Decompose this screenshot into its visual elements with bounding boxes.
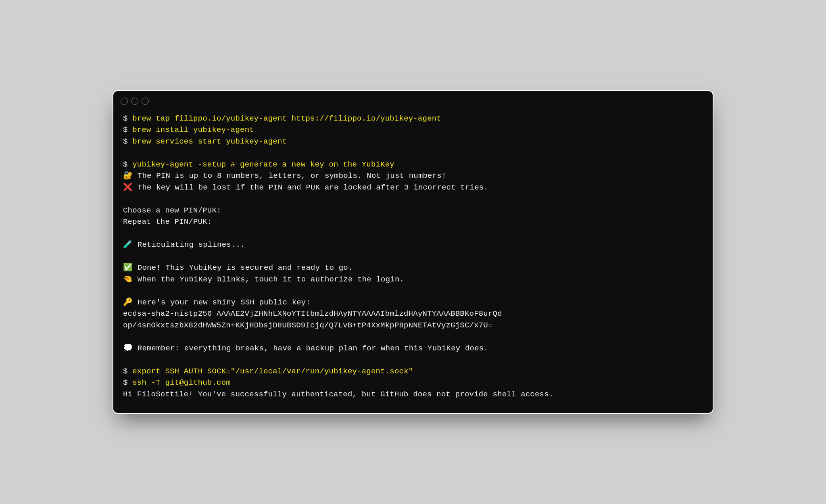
terminal-line: 🔑 Here's your new shiny SSH public key: bbox=[123, 297, 703, 308]
prompt: $ bbox=[123, 160, 132, 169]
command-text: brew install yubikey-agent bbox=[132, 125, 254, 134]
maximize-button[interactable] bbox=[142, 98, 149, 105]
output-text: 🧪 Reticulating splines... bbox=[123, 240, 245, 249]
terminal-line: Hi FiloSottile! You've successfully auth… bbox=[123, 389, 703, 400]
terminal-line: $ export SSH_AUTH_SOCK="/usr/local/var/r… bbox=[123, 366, 703, 377]
terminal-line: $ brew install yubikey-agent bbox=[123, 124, 703, 136]
terminal-line: op/4snOkxtszbX82dHWW5Zn+KKjHDbsjD8UBSD9I… bbox=[123, 320, 703, 331]
minimize-button[interactable] bbox=[131, 98, 138, 105]
output-text: 🤏 When the YubiKey blinks, touch it to a… bbox=[123, 275, 404, 284]
terminal-line: ecdsa-sha2-nistp256 AAAAE2VjZHNhLXNoYTIt… bbox=[123, 308, 703, 320]
output-text: 🔑 Here's your new shiny SSH public key: bbox=[123, 298, 311, 307]
prompt: $ bbox=[123, 378, 132, 387]
terminal-line: Repeat the PIN/PUK: bbox=[123, 216, 703, 228]
terminal-window: $ brew tap filippo.io/yubikey-agent http… bbox=[113, 90, 713, 414]
terminal-content[interactable]: $ brew tap filippo.io/yubikey-agent http… bbox=[113, 105, 713, 413]
output-text: Choose a new PIN/PUK: bbox=[123, 206, 221, 215]
terminal-line bbox=[123, 193, 703, 205]
terminal-line: $ ssh -T git@github.com bbox=[123, 377, 703, 389]
terminal-line: $ yubikey-agent -setup # generate a new … bbox=[123, 159, 703, 171]
terminal-line: 🧪 Reticulating splines... bbox=[123, 239, 703, 251]
output-text: Hi FiloSottile! You've successfully auth… bbox=[123, 390, 553, 399]
terminal-line: 💭 Remember: everything breaks, have a ba… bbox=[123, 343, 703, 354]
terminal-line: $ brew tap filippo.io/yubikey-agent http… bbox=[123, 113, 703, 125]
terminal-line: ❌ The key will be lost if the PIN and PU… bbox=[123, 182, 703, 194]
output-text: op/4snOkxtszbX82dHWW5Zn+KKjHDbsjD8UBSD9I… bbox=[123, 321, 493, 330]
output-text: 🔐 The PIN is up to 8 numbers, letters, o… bbox=[123, 171, 446, 180]
prompt: $ bbox=[123, 114, 132, 123]
terminal-line bbox=[123, 251, 703, 262]
terminal-line bbox=[123, 147, 703, 159]
terminal-line bbox=[123, 354, 703, 366]
close-button[interactable] bbox=[121, 98, 128, 105]
prompt: $ bbox=[123, 125, 132, 134]
terminal-line: 🤏 When the YubiKey blinks, touch it to a… bbox=[123, 274, 703, 285]
terminal-line: ✅ Done! This YubiKey is secured and read… bbox=[123, 262, 703, 274]
output-text: ecdsa-sha2-nistp256 AAAAE2VjZHNhLXNoYTIt… bbox=[123, 309, 502, 318]
window-titlebar bbox=[113, 91, 713, 105]
command-text: export SSH_AUTH_SOCK="/usr/local/var/run… bbox=[132, 367, 413, 376]
command-text: ssh -T git@github.com bbox=[132, 378, 231, 387]
terminal-line: $ brew services start yubikey-agent bbox=[123, 136, 703, 148]
output-text: ✅ Done! This YubiKey is secured and read… bbox=[123, 263, 353, 272]
terminal-line: Choose a new PIN/PUK: bbox=[123, 205, 703, 217]
prompt: $ bbox=[123, 137, 132, 146]
command-text: yubikey-agent -setup # generate a new ke… bbox=[132, 160, 394, 169]
terminal-line bbox=[123, 331, 703, 343]
terminal-line bbox=[123, 228, 703, 240]
output-text: Repeat the PIN/PUK: bbox=[123, 217, 212, 226]
prompt: $ bbox=[123, 367, 132, 376]
terminal-line: 🔐 The PIN is up to 8 numbers, letters, o… bbox=[123, 170, 703, 182]
terminal-line bbox=[123, 285, 703, 297]
output-text: ❌ The key will be lost if the PIN and PU… bbox=[123, 183, 488, 192]
output-text: 💭 Remember: everything breaks, have a ba… bbox=[123, 344, 488, 353]
command-text: brew services start yubikey-agent bbox=[132, 137, 287, 146]
command-text: brew tap filippo.io/yubikey-agent https:… bbox=[132, 114, 441, 123]
